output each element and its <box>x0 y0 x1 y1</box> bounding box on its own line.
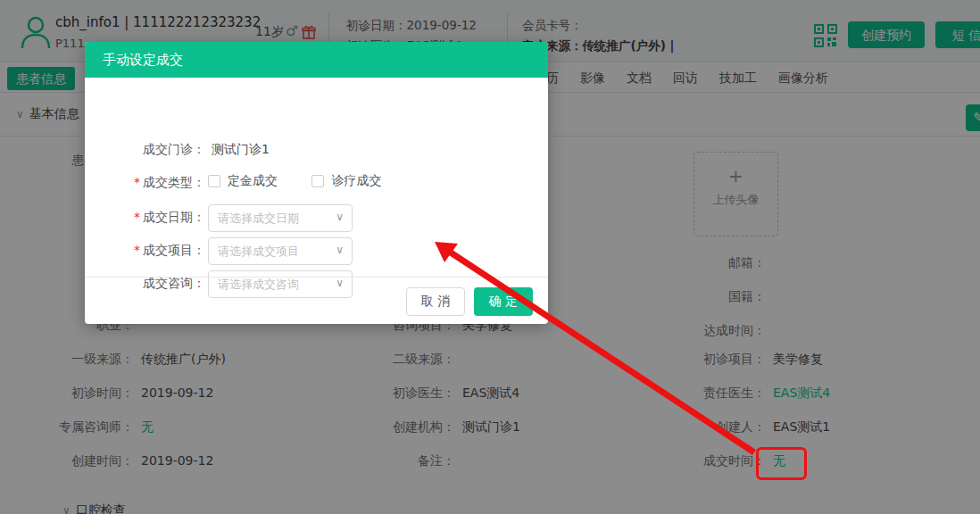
deal-clinic-value: 测试门诊1 <box>212 142 270 158</box>
treatment-deal-label: 诊疗成交 <box>331 173 381 189</box>
chevron-down-icon: ∨ <box>336 244 344 256</box>
checkbox-icon <box>208 175 220 187</box>
deal-consult-placeholder: 请选择成交咨询 <box>218 277 299 293</box>
deal-project-placeholder: 请选择成交项目 <box>218 244 299 260</box>
deal-type-options: 定金成交 诊疗成交 <box>208 173 411 190</box>
deposit-deal-label: 定金成交 <box>228 173 278 189</box>
cancel-button[interactable]: 取 消 <box>406 287 465 316</box>
deal-date-placeholder: 请选择成交日期 <box>218 211 299 227</box>
deal-consult-label: 成交咨询： <box>85 276 205 292</box>
deal-clinic-label: 成交门诊： <box>85 142 205 158</box>
checkbox-icon <box>311 175 324 187</box>
deal-project-select[interactable]: 请选择成交项目 ∨ <box>208 237 353 265</box>
chevron-down-icon: ∨ <box>336 277 344 289</box>
deal-consult-select[interactable]: 请选择成交咨询 ∨ <box>208 270 353 298</box>
deal-date-select[interactable]: 请选择成交日期 ∨ <box>208 204 353 232</box>
required-marker: * <box>134 175 140 189</box>
deal-date-label: *成交日期： <box>85 210 205 226</box>
patient-detail-page: cbh_info1 | 111122212323232 P111 11岁 ♂ 初… <box>0 0 980 514</box>
dialog-title: 手动设定成交 <box>85 42 548 78</box>
confirm-button[interactable]: 确 定 <box>474 287 533 316</box>
dialog-footer-divider <box>85 277 548 278</box>
required-marker: * <box>134 210 140 224</box>
required-marker: * <box>134 243 140 257</box>
deal-type-label: *成交类型： <box>85 175 205 191</box>
treatment-deal-checkbox[interactable]: 诊疗成交 <box>311 173 381 189</box>
deal-project-label: *成交项目： <box>85 243 205 259</box>
manual-deal-dialog: 手动设定成交 成交门诊： 测试门诊1 *成交类型： 定金成交 诊疗成交 *成交日… <box>85 42 548 324</box>
chevron-down-icon: ∨ <box>336 211 344 223</box>
deposit-deal-checkbox[interactable]: 定金成交 <box>208 173 278 189</box>
